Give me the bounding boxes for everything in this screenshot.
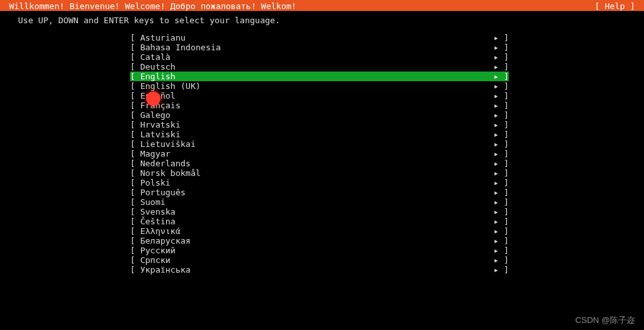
- language-label: Svenska: [140, 207, 176, 217]
- language-option[interactable]: [ Hrvatski▸ ]: [130, 120, 509, 130]
- language-label: Suomi: [140, 197, 166, 207]
- bracket-open: [: [130, 139, 140, 149]
- submenu-arrow-icon: ▸ ]: [494, 101, 509, 110]
- submenu-arrow-icon: ▸ ]: [494, 255, 509, 265]
- language-option[interactable]: [ Српски▸ ]: [130, 255, 509, 265]
- language-label: Hrvatski: [140, 120, 181, 130]
- submenu-arrow-icon: ▸ ]: [494, 217, 509, 226]
- bracket-open: [: [130, 226, 140, 236]
- submenu-arrow-icon: ▸ ]: [494, 120, 509, 130]
- submenu-arrow-icon: ▸ ]: [494, 110, 509, 120]
- language-option[interactable]: [ Bahasa Indonesia▸ ]: [130, 43, 509, 52]
- language-label: Nederlands: [140, 159, 191, 168]
- help-button[interactable]: [ Help ]: [594, 1, 635, 11]
- language-option[interactable]: [ Русский▸ ]: [130, 246, 509, 255]
- submenu-arrow-icon: ▸ ]: [494, 33, 509, 43]
- language-label: Polski: [140, 178, 171, 188]
- watermark: CSDN @陈子迩: [575, 315, 635, 325]
- bracket-open: [: [130, 246, 140, 255]
- language-label: Català: [140, 52, 171, 62]
- bracket-open: [: [130, 130, 140, 139]
- bracket-open: [: [130, 265, 140, 275]
- submenu-arrow-icon: ▸ ]: [494, 81, 509, 91]
- language-option[interactable]: [ Lietuviškai▸ ]: [130, 139, 509, 149]
- bracket-open: [: [130, 178, 140, 188]
- language-label: English (UK): [140, 81, 201, 91]
- submenu-arrow-icon: ▸ ]: [494, 178, 509, 188]
- language-option[interactable]: [ Українська▸ ]: [130, 265, 509, 275]
- bracket-open: [: [130, 168, 140, 178]
- language-label: Русский: [140, 246, 176, 255]
- language-label: Asturianu: [140, 33, 185, 43]
- language-label: Čeština: [140, 217, 176, 226]
- submenu-arrow-icon: ▸ ]: [494, 52, 509, 62]
- language-option[interactable]: [ Nederlands▸ ]: [130, 159, 509, 168]
- language-label: Lietuviškai: [140, 139, 196, 149]
- submenu-arrow-icon: ▸ ]: [494, 139, 509, 149]
- welcome-title: Willkommen! Bienvenue! Welcome! Добро по…: [9, 1, 296, 11]
- bracket-open: [: [130, 101, 140, 110]
- language-option[interactable]: [ Čeština▸ ]: [130, 217, 509, 226]
- language-option[interactable]: [ Norsk bokmål▸ ]: [130, 168, 509, 178]
- submenu-arrow-icon: ▸ ]: [494, 265, 509, 275]
- language-label: Norsk bokmål: [140, 168, 201, 178]
- language-option[interactable]: [ Magyar▸ ]: [130, 149, 509, 159]
- language-option[interactable]: [ Svenska▸ ]: [130, 207, 509, 217]
- language-option[interactable]: [ Català▸ ]: [130, 52, 509, 62]
- bracket-open: [: [130, 149, 140, 159]
- bracket-open: [: [130, 159, 140, 168]
- language-label: Bahasa Indonesia: [140, 43, 221, 52]
- bracket-open: [: [130, 217, 140, 226]
- submenu-arrow-icon: ▸ ]: [494, 207, 509, 217]
- bracket-open: [: [130, 236, 140, 246]
- bracket-open: [: [130, 255, 140, 265]
- submenu-arrow-icon: ▸ ]: [494, 197, 509, 207]
- language-option[interactable]: [ Português▸ ]: [130, 188, 509, 197]
- bracket-open: [: [130, 91, 140, 101]
- language-label: Español: [140, 91, 176, 101]
- language-option[interactable]: [ Ελληνικά▸ ]: [130, 226, 509, 236]
- language-option[interactable]: [ English▸ ]: [130, 72, 509, 81]
- submenu-arrow-icon: ▸ ]: [494, 149, 509, 159]
- submenu-arrow-icon: ▸ ]: [494, 226, 509, 236]
- language-option[interactable]: [ Latviski▸ ]: [130, 130, 509, 139]
- language-option[interactable]: [ Français▸ ]: [130, 101, 509, 110]
- submenu-arrow-icon: ▸ ]: [494, 43, 509, 52]
- bracket-open: [: [130, 62, 140, 72]
- language-label: Deutsch: [140, 62, 176, 72]
- language-label: Latviski: [140, 130, 181, 139]
- language-option[interactable]: [ Deutsch▸ ]: [130, 62, 509, 72]
- submenu-arrow-icon: ▸ ]: [494, 188, 509, 197]
- language-option[interactable]: [ Polski▸ ]: [130, 178, 509, 188]
- bracket-open: [: [130, 72, 140, 81]
- header-bar: Willkommen! Bienvenue! Welcome! Добро по…: [0, 0, 644, 11]
- language-option[interactable]: [ Беларуская▸ ]: [130, 236, 509, 246]
- language-label: Magyar: [140, 149, 171, 159]
- language-label: Српски: [140, 255, 171, 265]
- bracket-open: [: [130, 197, 140, 207]
- submenu-arrow-icon: ▸ ]: [494, 246, 509, 255]
- bracket-open: [: [130, 207, 140, 217]
- language-option[interactable]: [ Suomi▸ ]: [130, 197, 509, 207]
- language-label: Беларуская: [140, 236, 191, 246]
- language-label: Українська: [140, 265, 191, 275]
- language-label: Galego: [140, 110, 171, 120]
- language-option[interactable]: [ English (UK)▸ ]: [130, 81, 509, 91]
- bracket-open: [: [130, 120, 140, 130]
- bracket-open: [: [130, 188, 140, 197]
- instruction-text: Use UP, DOWN and ENTER keys to select yo…: [0, 11, 644, 33]
- submenu-arrow-icon: ▸ ]: [494, 91, 509, 101]
- bracket-open: [: [130, 33, 140, 43]
- language-option[interactable]: [ Español▸ ]: [130, 91, 509, 101]
- language-option[interactable]: [ Asturianu▸ ]: [130, 33, 509, 43]
- bracket-open: [: [130, 52, 140, 62]
- language-list[interactable]: [ Asturianu▸ ][ Bahasa Indonesia▸ ][ Cat…: [0, 33, 644, 275]
- submenu-arrow-icon: ▸ ]: [494, 159, 509, 168]
- bracket-open: [: [130, 81, 140, 91]
- submenu-arrow-icon: ▸ ]: [494, 130, 509, 139]
- language-label: Português: [140, 188, 185, 197]
- bracket-open: [: [130, 43, 140, 52]
- language-option[interactable]: [ Galego▸ ]: [130, 110, 509, 120]
- submenu-arrow-icon: ▸ ]: [494, 168, 509, 178]
- bracket-open: [: [130, 110, 140, 120]
